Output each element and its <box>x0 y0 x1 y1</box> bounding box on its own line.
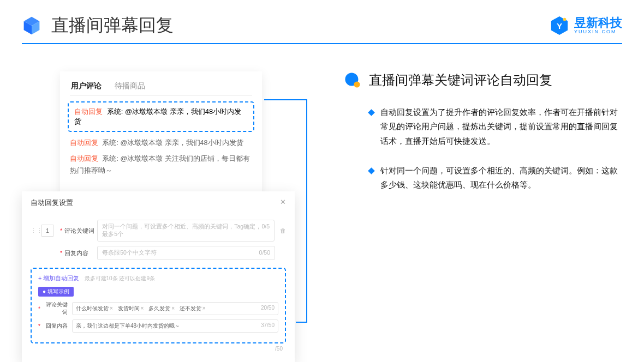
keyword-input[interactable]: 对同一个问题，可设置多个相近、高频的关键词，Tag确定，最多5个 0/5 <box>97 220 275 242</box>
ex-content-input[interactable]: 亲，我们这边都是下单48小时内发货的哦～ 37/50 <box>72 319 278 333</box>
kw-chip[interactable]: 什么时候发货 <box>76 305 113 311</box>
diamond-icon <box>368 109 375 116</box>
ex-keyword-row: * 评论关键词 什么时候发货 发货时间 多久发货 还不发货 20/50 <box>38 301 278 316</box>
svg-point-7 <box>354 81 360 87</box>
close-icon[interactable]: ✕ <box>280 198 286 208</box>
cube-icon <box>22 16 41 35</box>
svg-point-5 <box>563 18 567 21</box>
highlighted-comment: 自动回复 系统: @冰墩墩本墩 亲亲，我们48小时内发货 <box>68 101 254 132</box>
ex-content-row: * 回复内容 亲，我们这边都是下单48小时内发货的哦～ 37/50 <box>38 319 278 333</box>
trash-icon[interactable]: 🗑 <box>280 227 286 234</box>
comment-tabs: 用户评论 待播商品 <box>70 79 252 96</box>
content-row: * 回复内容 每条限50个中文字符 0/50 <box>31 246 286 260</box>
bullet-item: 自动回复设置为了提升作者的评论回复效率，作者可在开播前针对常见的评论用户问题，提… <box>369 105 622 148</box>
kw-chip[interactable]: 多久发货 <box>148 305 175 311</box>
drag-handle-icon[interactable]: ⋮⋮ <box>31 227 38 234</box>
index-box: 1 <box>41 225 53 237</box>
page-header: 直播间弹幕回复 <box>0 0 644 43</box>
kw-chip[interactable]: 还不发货 <box>180 305 206 311</box>
content-label: 回复内容 <box>64 249 97 257</box>
example-box: + 增加自动回复 最多可建10条 还可以创建9条 ● 填写示例 * 评论关键词 … <box>31 268 286 343</box>
keyword-row: ⋮⋮ 1 * 评论关键词 对同一个问题，可设置多个相近、高频的关键词，Tag确定… <box>31 220 286 242</box>
required-dot: * <box>60 227 62 234</box>
brand-logo: Y 昱新科技 YUUXIN.COM <box>549 15 622 36</box>
bullet-item: 针对同一个问题，可设置多个相近的、高频的关键词。例如：这款多少钱、这块能优惠吗、… <box>369 164 622 192</box>
tab-user-comments[interactable]: 用户评论 <box>70 79 103 95</box>
diamond-icon <box>368 167 375 174</box>
add-note: 最多可建10条 还可以创建9条 <box>85 275 155 281</box>
kw-chip[interactable]: 发货时间 <box>118 305 144 311</box>
bottom-counter: /50 <box>31 346 286 352</box>
content-input[interactable]: 每条限50个中文字符 0/50 <box>97 246 275 260</box>
description-column: 直播间弹幕关键词评论自动回复 自动回复设置为了提升作者的评论回复效率，作者可在开… <box>295 71 622 207</box>
brand-sub: YUUXIN.COM <box>574 29 622 34</box>
ex-keyword-input[interactable]: 什么时候发货 发货时间 多久发货 还不发货 20/50 <box>72 302 278 315</box>
tab-pending-goods[interactable]: 待播商品 <box>114 79 146 95</box>
example-badge: ● 填写示例 <box>38 287 74 297</box>
section-title: 直播间弹幕关键词评论自动回复 <box>369 71 552 89</box>
auto-reply-tag: 自动回复 <box>74 107 103 116</box>
kw-label: 评论关键词 <box>64 227 97 235</box>
screenshot-column: 用户评论 待播商品 自动回复 系统: @冰墩墩本墩 亲亲，我们48小时内发货 自… <box>22 71 295 207</box>
comments-panel: 用户评论 待播商品 自动回复 系统: @冰墩墩本墩 亲亲，我们48小时内发货 自… <box>60 71 262 197</box>
sys-label: 系统: <box>107 107 123 116</box>
brand-name: 昱新科技 <box>574 17 622 29</box>
brand-icon: Y <box>549 15 570 36</box>
comment-line: 自动回复 系统: @冰墩墩本墩 关注我们的店铺，每日都有热门推荐呦～ <box>70 153 252 177</box>
comment-line: 自动回复 系统: @冰墩墩本墩 亲亲，我们48小时内发货 <box>70 137 252 149</box>
svg-text:Y: Y <box>557 21 562 31</box>
settings-panel: 自动回复设置 ✕ ⋮⋮ 1 * 评论关键词 对同一个问题，可设置多个相近、高频的… <box>22 191 295 362</box>
add-reply-link[interactable]: + 增加自动回复 <box>38 275 79 281</box>
chat-bubble-icon <box>344 71 361 89</box>
settings-title: 自动回复设置 <box>31 198 73 208</box>
page-title: 直播间弹幕回复 <box>51 14 174 38</box>
